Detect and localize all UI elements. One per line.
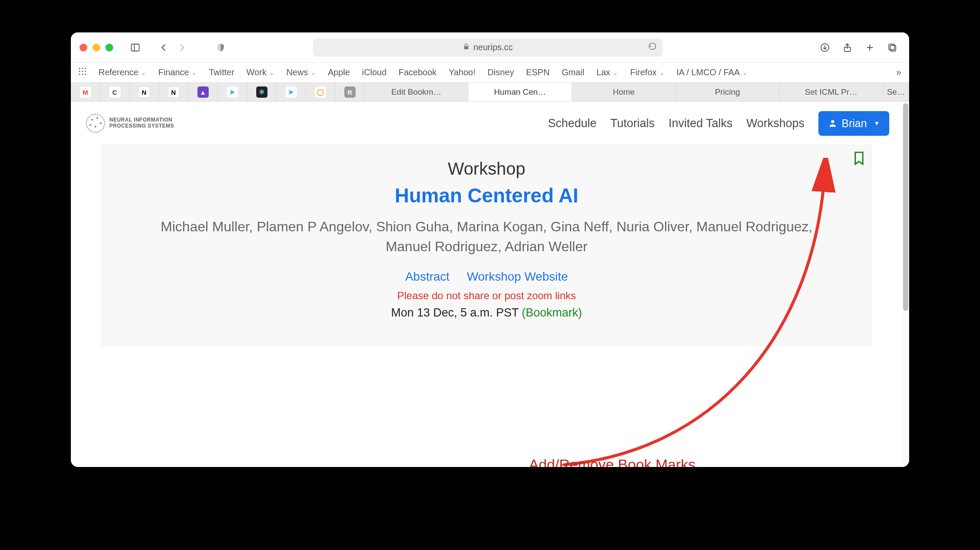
tab-pricing[interactable]: Pricing [676,83,780,101]
pinned-tab-r[interactable]: R [335,83,365,102]
favorite-apple[interactable]: Apple [328,67,350,77]
pinned-tab-purple[interactable]: ▲ [188,83,218,102]
react-icon: ⚛ [256,86,267,98]
pinned-tab-send2[interactable]: ➤ [277,83,306,102]
minimize-window-button[interactable] [92,44,100,51]
send-icon: ➤ [286,86,297,98]
user-icon [828,118,837,128]
notion-icon: N [168,86,179,98]
tab-edit-bookmark[interactable]: Edit Bookm… [365,83,468,101]
pinned-tab-c[interactable]: C [100,83,130,102]
workshop-authors: Michael Muller, Plamen P Angelov, Shion … [141,217,832,257]
favorite-work[interactable]: Work⌄ [246,67,274,77]
annotation-label: Add/Remove Book Marks [529,456,696,467]
svg-point-17 [85,74,86,75]
workshop-card: Workshop Human Centered AI Michael Mulle… [101,145,872,346]
send-icon: ➤ [227,86,238,98]
fullscreen-window-button[interactable] [105,44,113,51]
svg-point-15 [79,74,80,75]
favorite-firefox[interactable]: Firefox⌄ [630,67,664,77]
favorite-twitter[interactable]: Twitter [209,67,234,77]
bookmark-toggle-button[interactable] [853,150,865,168]
favorite-finance[interactable]: Finance⌄ [158,67,197,77]
pinned-tab-send1[interactable]: ➤ [218,83,247,102]
svg-point-10 [82,68,83,69]
back-button[interactable] [156,39,172,56]
chevron-down-icon: ⌄ [311,69,316,76]
favorite-gmail[interactable]: Gmail [562,67,584,77]
favorite-ia-lmco-faa[interactable]: IA / LMCO / FAA⌄ [677,67,748,77]
notion-icon: N [139,86,150,98]
forward-button[interactable] [174,39,190,56]
nav-schedule[interactable]: Schedule [548,117,597,130]
nav-tutorials[interactable]: Tutorials [611,117,655,130]
bookmark-inline-link[interactable]: (Bookmark) [522,306,582,319]
share-button[interactable] [839,39,856,56]
user-menu-button[interactable]: Brian ▼ [818,111,889,136]
tab-overview-button[interactable] [884,39,900,56]
logo-icon [86,114,105,133]
reload-button[interactable] [648,42,657,53]
downloads-button[interactable] [817,39,833,56]
privacy-shield-button[interactable] [213,39,229,56]
abstract-link[interactable]: Abstract [405,270,450,284]
svg-point-18 [831,120,834,123]
tab-set-icml[interactable]: Set ICML Pr… [780,83,883,101]
chevron-down-icon: ⌄ [191,69,197,76]
favorite-disney[interactable]: Disney [487,67,514,77]
favorite-yahoo[interactable]: Yahoo! [449,67,475,77]
circle-icon: ◯ [315,86,326,98]
workshop-links: Abstract Workshop Website [119,270,854,284]
svg-point-13 [82,70,83,72]
browser-toolbar: neurips.cc [71,32,909,63]
tab-home[interactable]: Home [572,83,676,101]
pinned-tab-gmail[interactable]: M [71,83,100,102]
pinned-tabs: M C N N ▲ ➤ ⚛ ➤ ◯ R [71,83,365,101]
favorite-lax[interactable]: Lax⌄ [596,67,618,77]
svg-point-12 [79,70,80,72]
scrollbar-thumb[interactable] [903,103,908,311]
sidebar-toggle-button[interactable] [127,39,143,56]
workshop-category: Workshop [119,159,854,179]
window-traffic-lights [80,44,113,51]
tab-overflow[interactable]: Se… [883,83,909,101]
pinned-tab-notion1[interactable]: N [130,83,159,102]
scrollbar-track[interactable] [902,102,909,467]
nav-arrows [156,39,190,56]
svg-rect-0 [131,44,139,51]
pinned-tab-notion2[interactable]: N [159,83,188,102]
tab-human-centered[interactable]: Human Cen… [468,83,572,101]
toolbar-right-group [817,39,900,56]
svg-rect-7 [890,45,896,51]
favorite-reference[interactable]: Reference⌄ [99,67,146,77]
url-host-text: neurips.cc [473,42,512,52]
chevron-down-icon: ⌄ [659,69,665,76]
nav-workshops[interactable]: Workshops [746,117,805,130]
chevron-down-icon: ⌄ [141,69,146,76]
letter-icon: C [109,86,121,98]
close-window-button[interactable] [80,44,87,51]
site-logo[interactable]: NEURAL INFORMATION PROCESSING SYSTEMS [86,114,174,133]
zoom-warning-text: Please do not share or post zoom links [119,290,854,302]
bookmark-icon [853,150,865,166]
svg-rect-8 [889,44,894,50]
favorite-facebook[interactable]: Facebook [399,67,437,77]
triangle-icon: ▲ [197,86,209,98]
page-viewport: NEURAL INFORMATION PROCESSING SYSTEMS Sc… [71,102,909,467]
favorites-grid-icon[interactable] [79,67,86,77]
svg-point-16 [82,74,83,75]
favorite-icloud[interactable]: iCloud [362,67,387,77]
favorite-espn[interactable]: ESPN [526,67,549,77]
chevron-down-icon: ⌄ [269,69,274,76]
new-tab-button[interactable] [862,39,878,56]
url-bar[interactable]: neurips.cc [313,38,663,57]
gmail-icon: M [80,86,91,98]
workshop-website-link[interactable]: Workshop Website [467,270,568,284]
svg-point-9 [79,68,80,69]
favorites-bar: Reference⌄ Finance⌄ Twitter Work⌄ News⌄ … [71,63,909,83]
favorite-news[interactable]: News⌄ [286,67,316,77]
nav-invited-talks[interactable]: Invited Talks [668,117,732,130]
pinned-tab-shield[interactable]: ◯ [306,83,335,102]
favorites-overflow-button[interactable]: » [896,67,901,78]
pinned-tab-react[interactable]: ⚛ [247,83,277,102]
